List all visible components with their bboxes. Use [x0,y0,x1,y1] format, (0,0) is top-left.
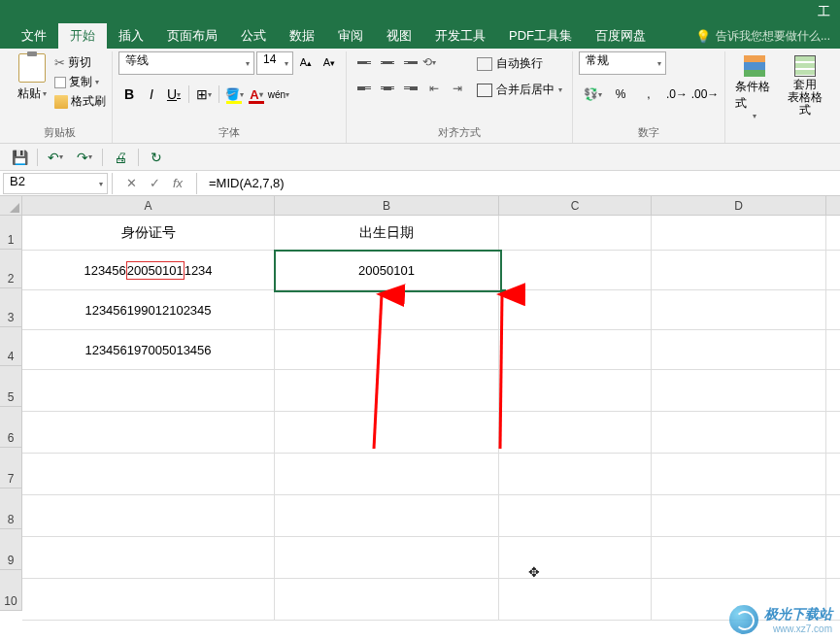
row-header-1[interactable]: 1 [0,216,21,250]
cell-A9[interactable] [22,537,275,578]
decrease-decimal-button[interactable]: .00→ [691,84,719,105]
cell-C7[interactable] [499,454,652,494]
print-preview-button[interactable]: 🖨 [109,147,132,168]
accounting-format-button[interactable]: 💱▾ [579,84,606,105]
col-header-C[interactable]: C [499,196,652,215]
merge-center-button[interactable]: 合并后居中▾ [473,80,566,100]
fill-color-button[interactable]: 🪣▾ [223,84,245,105]
orientation-button[interactable]: ⟲▾ [422,51,446,73]
increase-decimal-button[interactable]: .0→ [663,84,690,105]
redo-button[interactable]: ↷▾ [73,147,96,168]
cell-B3[interactable] [275,290,499,329]
tab-formulas[interactable]: 公式 [229,23,278,49]
border-button[interactable]: ▾ [193,84,215,105]
accept-formula-button[interactable]: ✓ [144,173,165,194]
font-size-select[interactable]: 14▾ [256,51,293,75]
cell-C10[interactable] [499,579,652,620]
row-header-2[interactable]: 2 [0,250,21,288]
increase-indent-button[interactable]: ⇥ [446,78,469,99]
row-header-5[interactable]: 5 [0,366,21,407]
shrink-font-button[interactable]: A▾ [319,51,340,73]
cancel-formula-button[interactable]: ✕ [120,173,142,194]
copy-button[interactable]: 复制▾ [54,74,106,90]
cell-D5[interactable] [652,370,826,411]
number-format-select[interactable]: 常规▾ [579,51,666,75]
cell-B7[interactable] [275,454,499,494]
row-header-9[interactable]: 9 [0,529,21,570]
cell-A7[interactable] [22,454,275,494]
cell-C8[interactable] [499,495,652,536]
cell-A6[interactable] [22,412,275,453]
cell-B5[interactable] [275,370,499,411]
cell-B2[interactable]: 20050101 [275,251,499,289]
cell-A1[interactable]: 身份证号 [22,216,275,250]
fill-handle[interactable] [500,289,506,295]
col-header-D[interactable]: D [652,196,826,215]
decrease-indent-button[interactable]: ⇤ [422,78,446,99]
cell-B4[interactable] [275,330,499,369]
align-center-button[interactable] [376,78,399,99]
cell-C3[interactable] [499,290,652,329]
formula-input[interactable]: =MID(A2,7,8) [201,176,840,190]
cell-D3[interactable] [652,290,826,329]
row-header-3[interactable]: 3 [0,288,21,327]
cell-D9[interactable] [652,537,826,578]
row-header-8[interactable]: 8 [0,488,21,529]
cell-D6[interactable] [652,412,826,453]
undo-button[interactable]: ↶▾ [44,147,67,168]
underline-button[interactable]: U▾ [163,84,185,105]
cell-A8[interactable] [22,495,275,536]
cell-A4[interactable]: 123456197005013456 [22,330,275,369]
cell-D4[interactable] [652,330,826,369]
cell-C9[interactable] [499,537,652,578]
cut-button[interactable]: ✂剪切 [54,54,106,71]
align-middle-button[interactable] [376,51,399,73]
paste-button[interactable]: 粘贴▾ [14,51,50,104]
cell-D8[interactable] [652,495,826,536]
refresh-button[interactable]: ↻ [145,147,168,168]
cell-C5[interactable] [499,370,652,411]
conditional-format-button[interactable]: 条件格式▾ [731,51,778,122]
align-left-button[interactable] [353,78,376,99]
bold-button[interactable]: B [118,84,140,105]
cell-C2[interactable] [499,251,652,289]
tab-insert[interactable]: 插入 [107,23,155,49]
tab-home[interactable]: 开始 [58,23,107,49]
comma-button[interactable]: , [635,84,662,105]
cell-C4[interactable] [499,330,652,369]
wrap-text-button[interactable]: 自动换行 [473,53,566,74]
tab-baidu[interactable]: 百度网盘 [584,23,657,49]
phonetic-button[interactable]: wén▾ [268,84,289,105]
cell-C1[interactable] [499,216,652,250]
select-all-corner[interactable] [0,196,22,216]
name-box[interactable]: B2▾ [3,173,108,194]
cell-A10[interactable] [22,579,275,620]
grow-font-button[interactable]: A▴ [295,51,317,73]
align-right-button[interactable] [399,78,422,99]
cell-B1[interactable]: 出生日期 [275,216,499,250]
tab-data[interactable]: 数据 [278,23,326,49]
cell-D1[interactable] [652,216,826,250]
cell-A5[interactable] [22,370,275,411]
row-header-6[interactable]: 6 [0,407,21,448]
row-header-7[interactable]: 7 [0,448,21,488]
row-header-4[interactable]: 4 [0,327,21,366]
tab-developer[interactable]: 开发工具 [423,23,497,49]
align-bottom-button[interactable] [399,51,422,73]
font-name-select[interactable]: 等线▾ [118,51,254,75]
cell-B8[interactable] [275,495,499,536]
cell-A2[interactable]: 123456200501011234 [22,251,275,289]
tab-review[interactable]: 审阅 [326,23,375,49]
percent-button[interactable]: % [607,84,634,105]
cell-A3[interactable]: 123456199012102345 [22,290,275,329]
align-top-button[interactable] [353,51,376,73]
font-color-button[interactable]: A▾ [246,84,267,105]
italic-button[interactable]: I [141,84,162,105]
cell-C6[interactable] [499,412,652,453]
tab-page-layout[interactable]: 页面布局 [155,23,229,49]
format-painter-button[interactable]: 格式刷 [54,93,106,110]
tell-me-box[interactable]: 💡 告诉我您想要做什么... [686,23,840,49]
format-as-table-button[interactable]: 套用 表格格式 [782,51,828,119]
cell-B6[interactable] [275,412,499,453]
row-header-10[interactable]: 10 [0,570,21,611]
